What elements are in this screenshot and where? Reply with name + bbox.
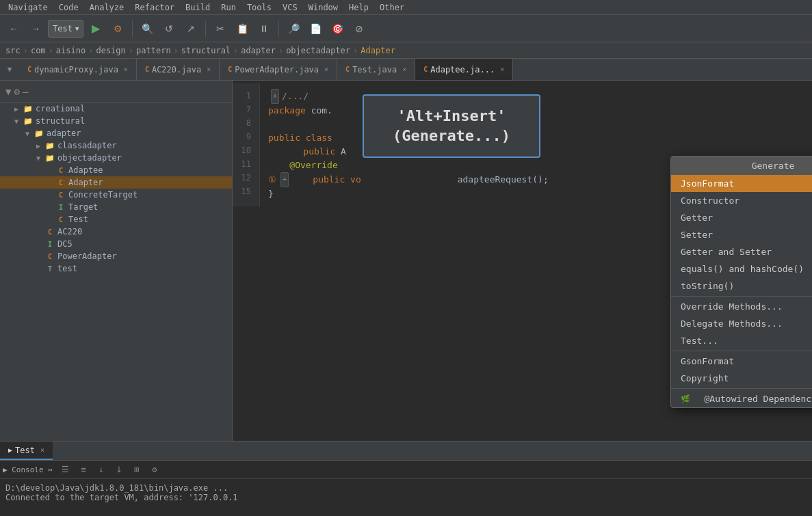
tab-close-poweradapter[interactable]: × [324, 66, 328, 73]
sidebar-settings-icon[interactable]: ⚙ [14, 86, 19, 97]
menu-item-autowired[interactable]: 🌿 @Autowired Dependency... 'ket' [671, 390, 812, 407]
breadcrumb-com[interactable]: com [31, 46, 46, 55]
menu-item-jsonformat-label: JsonFormat [681, 178, 734, 189]
tree-item-creational[interactable]: ▶ 📁 creational [0, 103, 232, 115]
sidebar-minus-icon[interactable]: — [23, 86, 28, 97]
menu-refactor[interactable]: Refactor [129, 0, 180, 15]
tab-label-ac220: AC220.java [152, 65, 201, 74]
tree-item-objectadapter[interactable]: ▼ 📁 objectadapter [0, 152, 232, 164]
menu-vcs[interactable]: VCS [277, 0, 303, 15]
reload-button[interactable]: ↺ [159, 19, 179, 38]
pause-button[interactable]: ⏸ [254, 19, 274, 38]
tree-item-ac220[interactable]: ▶ C AC220 [0, 226, 232, 238]
tree-item-adapter-file[interactable]: ▶ C Adapter [0, 176, 232, 189]
tree-item-test[interactable]: ▶ C Test [0, 213, 232, 226]
toolbar-separator [132, 21, 133, 37]
btn-filter[interactable]: ⊞ [129, 462, 144, 477]
menu-item-getter[interactable]: Getter [671, 209, 812, 226]
tree-item-dc5[interactable]: ▶ I DC5 [0, 238, 232, 250]
menu-item-override-methods[interactable]: Override Methods... Ctrl+O [671, 298, 812, 315]
menu-item-getter-setter[interactable]: Getter and Setter [671, 243, 812, 260]
tab-list-dropdown[interactable]: ▼ [0, 59, 19, 80]
tree-item-target[interactable]: ▶ I Target [0, 201, 232, 213]
tab-dynamicproxy[interactable]: C dynamicProxy.java × [19, 59, 137, 80]
tree-label-test2: test [57, 264, 77, 273]
menu-window[interactable]: Window [303, 0, 343, 15]
zoom-button[interactable]: 🔎 [284, 19, 303, 38]
breadcrumb-structural[interactable]: structural [181, 46, 231, 55]
breadcrumb-pattern[interactable]: pattern [136, 46, 171, 55]
breadcrumb-objectadapter[interactable]: objectadapter [286, 46, 350, 55]
tree-item-adapter[interactable]: ▼ 📁 adapter [0, 127, 232, 139]
bottom-tab-test[interactable]: ▶ Test × [0, 442, 53, 460]
tab-close-test[interactable]: × [402, 66, 406, 73]
fold-icon-12[interactable]: + [280, 172, 289, 187]
menu-item-jsonformat[interactable]: JsonFormat [671, 175, 812, 192]
debug-button[interactable]: ⚙ [108, 19, 127, 38]
tree-item-concretetarget[interactable]: ▶ C ConcreteTarget [0, 189, 232, 201]
upload-button[interactable]: ↗ [181, 19, 200, 38]
breadcrumb-design[interactable]: design [96, 46, 125, 55]
btn-align-left[interactable]: ☰ [58, 462, 73, 477]
breadcrumb-aisino[interactable]: aisino [56, 46, 86, 55]
menu-item-delegate-methods[interactable]: Delegate Methods... [671, 315, 812, 332]
menu-other[interactable]: Other [374, 0, 410, 15]
tree-item-structural[interactable]: ▼ 📁 structural [0, 115, 232, 127]
expand-arrow-classadapter: ▶ [33, 142, 44, 150]
menu-navigate[interactable]: Navigate [3, 0, 53, 15]
folder-icon-creational: 📁 [22, 105, 34, 113]
menu-item-equals-hashcode[interactable]: equals() and hashCode() [671, 260, 812, 277]
file-icon-concretetarget: C [55, 191, 67, 199]
menu-help[interactable]: Help [343, 0, 374, 15]
menu-item-gsonformat[interactable]: GsonFormat Alt+S [671, 353, 812, 370]
search-button[interactable]: 🔍 [137, 19, 157, 38]
target-button[interactable]: 🎯 [328, 19, 347, 38]
file-icon-poweradapter: C [44, 253, 56, 260]
line-num-1: 1 [238, 89, 254, 103]
doc-button[interactable]: 📄 [306, 19, 325, 38]
menu-item-test[interactable]: Test... [671, 332, 812, 349]
tooltip-line1: 'Alt+Insert' [378, 107, 525, 126]
tree-label-poweradapter: PowerAdapter [57, 252, 117, 261]
menu-item-tostring[interactable]: toString() [671, 277, 812, 295]
copy-button[interactable]: 📋 [233, 19, 252, 38]
tree-item-poweradapter[interactable]: ▶ C PowerAdapter [0, 250, 232, 262]
menu-analyze[interactable]: Analyze [84, 0, 130, 15]
menu-run[interactable]: Run [215, 0, 241, 15]
menu-code[interactable]: Code [53, 0, 84, 15]
menu-item-setter[interactable]: Setter [671, 226, 812, 243]
forward-button[interactable]: → [26, 19, 45, 38]
tab-ac220[interactable]: C AC220.java × [137, 59, 220, 80]
btn-align-center[interactable]: ≡ [76, 462, 91, 477]
tree-item-test2[interactable]: ▶ T test [0, 262, 232, 275]
tab-close-adaptee[interactable]: × [500, 66, 504, 73]
tab-adaptee[interactable]: C Adaptee.ja... × [415, 59, 513, 80]
menu-tools[interactable]: Tools [241, 0, 277, 15]
tab-test[interactable]: C Test.java × [337, 59, 415, 80]
menu-item-copyright[interactable]: Copyright [671, 370, 812, 387]
code-area[interactable]: 'Alt+Insert' (Generate...) Generate Json… [233, 81, 812, 441]
back-button[interactable]: ← [4, 19, 23, 38]
expand-arrow-adapter: ▼ [22, 130, 33, 137]
stop-button[interactable]: ⊘ [350, 19, 369, 38]
tab-close-dynamicproxy[interactable]: × [124, 66, 128, 73]
breadcrumb-src[interactable]: src [5, 46, 21, 55]
run-button[interactable]: ▶ [86, 19, 105, 38]
run-config-dropdown[interactable]: Test ▼ [48, 20, 83, 38]
breadcrumb-adapter-file[interactable]: Adapter [361, 46, 395, 55]
btn-scroll-end[interactable]: ⤓ [112, 462, 127, 477]
bottom-tab-close[interactable]: × [40, 446, 44, 454]
menu-build[interactable]: Build [180, 0, 215, 15]
tree-item-adaptee[interactable]: ▶ C Adaptee [0, 164, 232, 176]
fold-icon-1[interactable]: + [271, 89, 279, 104]
cut-button[interactable]: ✂ [211, 19, 230, 38]
sidebar-collapse-btn[interactable]: ▼ [5, 86, 11, 97]
sidebar: ▼ ⚙ — ▶ 📁 creational ▼ 📁 structural ▼ 📁 … [0, 81, 233, 441]
menu-item-constructor[interactable]: Constructor [671, 192, 812, 209]
tree-item-classadapter[interactable]: ▶ 📁 classadapter [0, 139, 232, 152]
breadcrumb-adapter[interactable]: adapter [241, 46, 276, 55]
tab-close-ac220[interactable]: × [207, 66, 211, 73]
btn-settings-2[interactable]: ⚙ [147, 462, 162, 477]
tab-poweradapter[interactable]: C PowerAdapter.java × [220, 59, 337, 80]
btn-scroll-down[interactable]: ↓ [94, 462, 109, 477]
